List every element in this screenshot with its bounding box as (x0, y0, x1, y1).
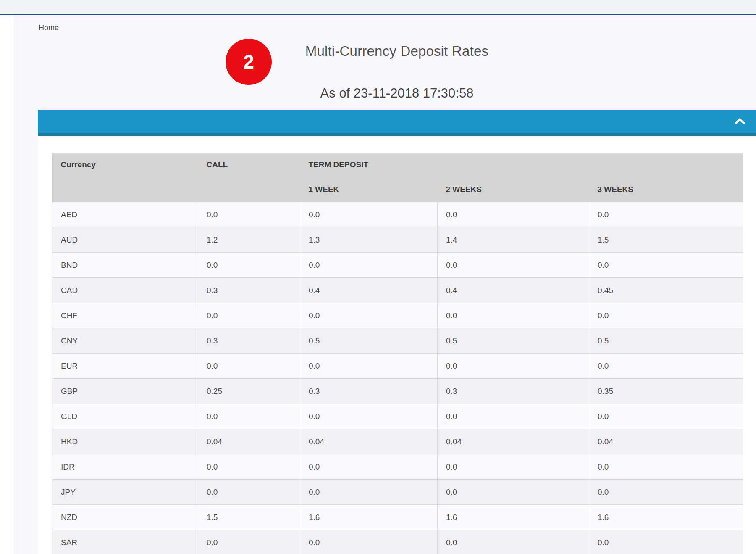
week3-rate-cell: 0.0 (589, 530, 743, 554)
week3-rate-cell: 0.0 (589, 454, 743, 480)
breadcrumb-home-link[interactable]: Home (39, 24, 59, 32)
page-title: Multi-Currency Deposit Rates (38, 43, 756, 59)
call-column-header: CALL (198, 153, 300, 177)
week3-rate-cell: 0.0 (589, 404, 743, 429)
currency-cell: AUD (52, 227, 198, 253)
table-row: BND0.00.00.00.0 (52, 253, 743, 278)
call-rate-cell: 1.2 (198, 227, 300, 253)
week1-rate-cell: 0.04 (300, 429, 438, 454)
table-header: Currency CALL TERM DEPOSIT 1 WEEK 2 WEEK… (52, 153, 743, 202)
call-rate-cell: 0.0 (198, 202, 300, 227)
week2-rate-cell: 0.0 (438, 354, 589, 379)
call-rate-cell: 0.0 (198, 480, 300, 505)
week2-rate-cell: 0.4 (438, 278, 589, 303)
week3-rate-cell: 0.45 (589, 278, 743, 303)
week1-rate-cell: 0.4 (300, 278, 438, 303)
page-header: Multi-Currency Deposit Rates As of 23-11… (38, 0, 756, 101)
week2-rate-cell: 0.0 (438, 404, 589, 429)
table-row: JPY0.00.00.00.0 (52, 480, 743, 505)
currency-cell: EUR (52, 354, 198, 379)
week1-rate-cell: 1.6 (300, 505, 438, 530)
week3-rate-cell: 0.0 (589, 202, 743, 227)
deposit-rates-table: Currency CALL TERM DEPOSIT 1 WEEK 2 WEEK… (52, 153, 743, 554)
call-rate-cell: 0.0 (198, 354, 300, 379)
table-row: GLD0.00.00.00.0 (52, 404, 743, 429)
week1-rate-cell: 0.0 (300, 530, 438, 554)
table-row: CNY0.30.50.50.5 (52, 328, 743, 354)
call-rate-cell: 0.3 (198, 278, 300, 303)
week3-rate-cell: 0.04 (589, 429, 743, 454)
week3-rate-cell: 0.0 (589, 253, 743, 278)
currency-cell: GLD (52, 404, 198, 429)
week2-rate-cell: 0.04 (438, 429, 589, 454)
table-row: CHF0.00.00.00.0 (52, 303, 743, 328)
week2-rate-cell: 1.6 (438, 505, 589, 530)
week3-rate-cell: 0.35 (589, 379, 743, 404)
call-rate-cell: 0.04 (198, 429, 300, 454)
week3-column-header: 3 WEEKS (589, 177, 743, 202)
table-row: AUD1.21.31.41.5 (52, 227, 743, 253)
call-rate-cell: 1.5 (198, 505, 300, 530)
table-row: SAR0.00.00.00.0 (52, 530, 743, 554)
call-rate-cell: 0.25 (198, 379, 300, 404)
annotation-badge-2: 2 (226, 39, 272, 85)
week2-rate-cell: 0.0 (438, 303, 589, 328)
week2-rate-cell: 0.0 (438, 480, 589, 505)
week1-rate-cell: 0.0 (300, 202, 438, 227)
table-row: EUR0.00.00.00.0 (52, 354, 743, 379)
week1-column-header: 1 WEEK (300, 177, 438, 202)
empty-header-cell (198, 177, 300, 202)
table-row: HKD0.040.040.040.04 (52, 429, 743, 454)
rates-panel: Currency CALL TERM DEPOSIT 1 WEEK 2 WEEK… (38, 110, 756, 554)
table-row: CAD0.30.40.40.45 (52, 278, 743, 303)
week2-rate-cell: 0.0 (438, 202, 589, 227)
panel-collapse-bar[interactable] (38, 110, 756, 136)
week3-rate-cell: 0.0 (589, 303, 743, 328)
table-header-row-main: Currency CALL TERM DEPOSIT (52, 153, 743, 177)
week3-rate-cell: 1.5 (589, 227, 743, 253)
table-row: NZD1.51.61.61.6 (52, 505, 743, 530)
annotation-badge-number: 2 (243, 50, 254, 73)
left-gutter (0, 15, 14, 554)
top-bar (0, 0, 756, 15)
week2-rate-cell: 0.3 (438, 379, 589, 404)
chevron-up-icon[interactable] (735, 118, 745, 124)
table-row: AED0.00.00.00.0 (52, 202, 743, 227)
currency-cell: IDR (52, 454, 198, 480)
currency-cell: CAD (52, 278, 198, 303)
week2-rate-cell: 0.0 (438, 530, 589, 554)
table-row: IDR0.00.00.00.0 (52, 454, 743, 480)
week1-rate-cell: 0.0 (300, 253, 438, 278)
currency-cell: BND (52, 253, 198, 278)
week1-rate-cell: 0.0 (300, 354, 438, 379)
as-of-timestamp: As of 23-11-2018 17:30:58 (38, 86, 756, 101)
week1-rate-cell: 1.3 (300, 227, 438, 253)
week3-rate-cell: 0.5 (589, 328, 743, 354)
table-row: GBP0.250.30.30.35 (52, 379, 743, 404)
currency-cell: AED (52, 202, 198, 227)
week1-rate-cell: 0.3 (300, 379, 438, 404)
week3-rate-cell: 1.6 (589, 505, 743, 530)
table-body: AED0.00.00.00.0AUD1.21.31.41.5BND0.00.00… (52, 202, 743, 554)
table-header-row-sub: 1 WEEK 2 WEEKS 3 WEEKS (52, 177, 743, 202)
call-rate-cell: 0.0 (198, 253, 300, 278)
currency-cell: HKD (52, 429, 198, 454)
week1-rate-cell: 0.5 (300, 328, 438, 354)
currency-column-header: Currency (52, 153, 198, 177)
currency-cell: SAR (52, 530, 198, 554)
week1-rate-cell: 0.0 (300, 454, 438, 480)
week1-rate-cell: 0.0 (300, 480, 438, 505)
currency-cell: NZD (52, 505, 198, 530)
call-rate-cell: 0.0 (198, 530, 300, 554)
call-rate-cell: 0.3 (198, 328, 300, 354)
week2-rate-cell: 0.0 (438, 454, 589, 480)
call-rate-cell: 0.0 (198, 404, 300, 429)
week1-rate-cell: 0.0 (300, 404, 438, 429)
currency-cell: CNY (52, 328, 198, 354)
currency-cell: GBP (52, 379, 198, 404)
week2-column-header: 2 WEEKS (438, 177, 589, 202)
week2-rate-cell: 0.0 (438, 253, 589, 278)
call-rate-cell: 0.0 (198, 454, 300, 480)
currency-cell: CHF (52, 303, 198, 328)
term-deposit-column-header: TERM DEPOSIT (300, 153, 743, 177)
